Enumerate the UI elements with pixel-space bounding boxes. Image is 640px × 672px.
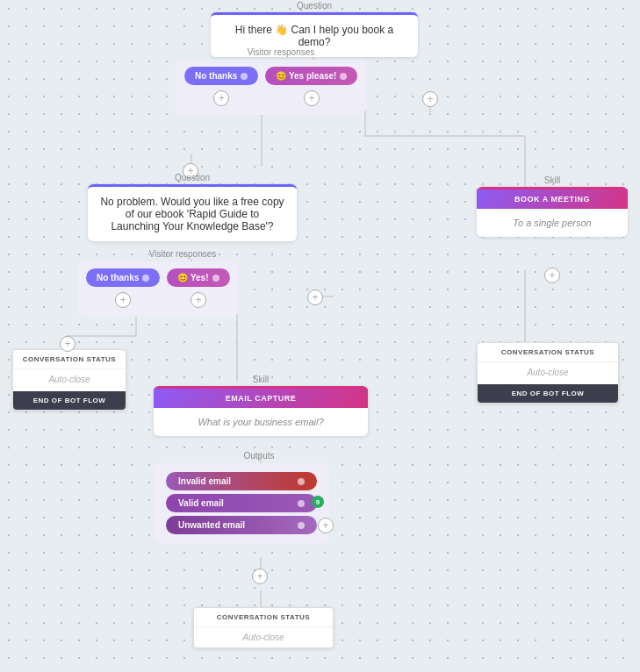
end-bot-btn-1[interactable]: END OF BOT FLOW (13, 391, 126, 410)
skill-header-1: BOOK A MEETING (477, 189, 628, 209)
responses-label-2: Visitor responses (95, 249, 270, 259)
unwanted-email-btn[interactable]: Unwanted email (166, 516, 317, 534)
conv-status-3: Auto-close (194, 627, 333, 647)
plus-btn-response2-2[interactable]: + (191, 292, 206, 308)
yes-btn-2[interactable]: 😊 Yes! (167, 268, 229, 287)
outputs-label: Outputs (189, 451, 329, 461)
question-label-1: Question (211, 1, 418, 11)
skill-subtext-1: To a single person (477, 209, 628, 237)
plus-btn-outputs-right[interactable]: + (318, 518, 334, 533)
skill-subtext-2: What is your business email? (154, 408, 368, 436)
conv-header-3: CONVERSATION STATUS (194, 608, 333, 627)
skill-label-1: Skill (477, 175, 628, 185)
plus-btn-response2-1[interactable]: + (115, 292, 131, 308)
conv-status-node-2: CONVERSATION STATUS Auto-close END OF BO… (477, 342, 619, 404)
invalid-email-btn[interactable]: Invalid email (166, 472, 317, 490)
no-thanks-btn-2[interactable]: No thanks (86, 268, 160, 287)
skill-node-1: Skill BOOK A MEETING To a single person (477, 187, 628, 237)
question-label-2: Question (88, 173, 297, 182)
plus-btn-outputs-below[interactable]: + (252, 568, 268, 584)
end-bot-btn-2[interactable]: END OF BOT FLOW (478, 384, 618, 403)
plus-btn-right-2[interactable]: + (307, 290, 323, 305)
conv-status-node-1: CONVERSATION STATUS Auto-close END OF BO… (12, 349, 126, 411)
conv-header-1: CONVERSATION STATUS (13, 350, 126, 369)
plus-btn-skill1-below[interactable]: + (544, 268, 560, 283)
responses-label-1: Visitor responses (193, 47, 369, 57)
plus-btn-conv1-above[interactable]: + (60, 336, 76, 352)
yes-please-btn-1[interactable]: 😊 Yes please! (265, 67, 357, 85)
conv-status-1: Auto-close (13, 369, 126, 390)
plus-btn-right-1[interactable]: + (422, 91, 438, 107)
no-thanks-btn-1[interactable]: No thanks (184, 67, 258, 85)
conv-header-2: CONVERSATION STATUS (478, 343, 618, 362)
question-text-2: No problem. Would you like a free copy o… (88, 187, 297, 241)
plus-btn-response1-2[interactable]: + (304, 90, 320, 106)
skill-node-2: Skill EMAIL CAPTURE What is your busines… (154, 386, 368, 436)
conv-status-node-3: CONVERSATION STATUS Auto-close (193, 607, 334, 648)
skill-header-2: EMAIL CAPTURE (154, 389, 368, 408)
question-node-2: Question No problem. Would you like a fr… (88, 184, 297, 241)
valid-email-btn[interactable]: Valid email 9 (166, 494, 317, 512)
conv-status-2: Auto-close (478, 362, 618, 382)
plus-btn-response1-1[interactable]: + (213, 90, 229, 106)
skill-label-2: Skill (154, 375, 368, 384)
